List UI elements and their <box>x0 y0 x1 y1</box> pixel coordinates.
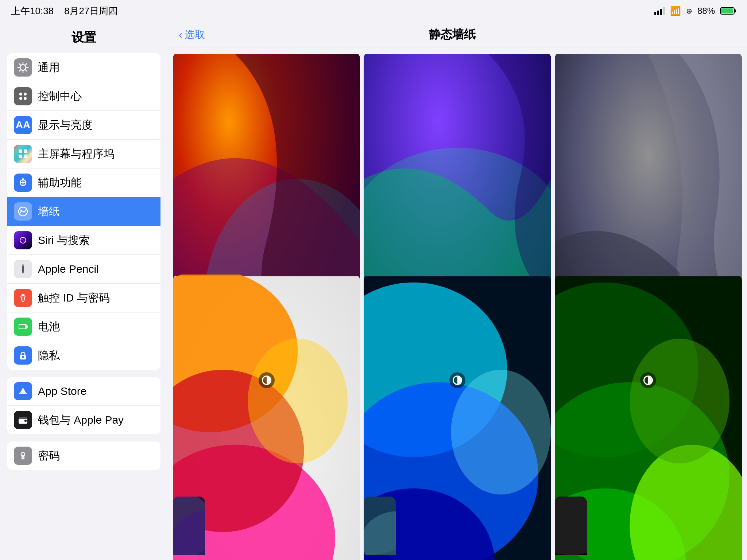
back-chevron-icon: ‹ <box>179 29 182 40</box>
sidebar-item-privacy[interactable]: 隐私 <box>7 341 160 370</box>
svg-rect-16 <box>19 149 22 153</box>
svg-line-9 <box>25 70 27 71</box>
wallet-icon <box>14 411 32 429</box>
right-panel: ‹ 选取 静态墙纸 <box>168 22 747 560</box>
appstore-label: App Store <box>38 385 86 397</box>
controlcenter-icon <box>14 87 32 105</box>
main-layout: 设置 通用 控制中心 <box>0 22 747 560</box>
homescreen-icon <box>14 145 32 163</box>
svg-rect-29 <box>22 264 24 266</box>
svg-rect-31 <box>27 326 28 328</box>
wallpaper-toggle-1[interactable] <box>259 372 275 388</box>
sidebar: 设置 通用 控制中心 <box>0 22 168 560</box>
display-icon: AA <box>14 116 32 134</box>
touchid-label: 触控 ID 与密码 <box>38 291 110 306</box>
general-label: 通用 <box>38 60 60 75</box>
wallpaper-item-8[interactable] <box>364 497 396 555</box>
svg-line-11 <box>19 70 21 71</box>
sidebar-item-password[interactable]: 密码 <box>7 442 160 470</box>
svg-point-34 <box>22 356 24 358</box>
applepencil-label: Apple Pencil <box>38 263 99 275</box>
sidebar-item-wallpaper[interactable]: 墙纸 <box>7 197 160 226</box>
siri-icon <box>14 231 32 249</box>
svg-rect-2 <box>735 9 736 12</box>
sidebar-group-2: App Store 钱包与 Apple Pay <box>7 377 160 434</box>
svg-rect-1 <box>721 8 733 13</box>
sidebar-title: 设置 <box>0 26 168 53</box>
svg-point-25 <box>20 210 22 211</box>
wifi-icon: 📶 <box>670 6 681 16</box>
sidebar-group-3: 密码 <box>7 442 160 470</box>
battery-percentage: 88% <box>697 6 715 16</box>
general-icon <box>14 58 32 77</box>
battery-menu-icon <box>14 318 32 336</box>
accessibility-label: 辅助功能 <box>38 175 82 190</box>
svg-point-63 <box>630 339 729 463</box>
wallpaper-icon <box>14 202 32 221</box>
wallpaper-grid <box>168 47 747 560</box>
sidebar-item-battery[interactable]: 电池 <box>7 312 160 341</box>
svg-line-10 <box>25 64 27 65</box>
sidebar-item-homescreen[interactable]: 主屏幕与程序坞 <box>7 140 160 168</box>
svg-point-13 <box>24 93 27 96</box>
siri-label: Siri 与搜索 <box>38 233 90 248</box>
svg-rect-32 <box>19 325 25 328</box>
right-panel-title: 静态墙纸 <box>205 27 700 43</box>
svg-point-71 <box>555 497 587 555</box>
location-icon: ⊕ <box>686 7 692 15</box>
battery-label: 电池 <box>38 319 60 334</box>
svg-point-42 <box>23 457 24 458</box>
wallpaper-item-9[interactable] <box>555 497 587 555</box>
wallpaper-toggle-2[interactable] <box>449 372 465 388</box>
svg-rect-17 <box>24 149 27 153</box>
right-header: ‹ 选取 静态墙纸 <box>168 22 747 47</box>
svg-rect-19 <box>24 155 27 158</box>
svg-rect-39 <box>24 420 27 422</box>
back-button[interactable]: ‹ 选取 <box>179 28 205 42</box>
back-label: 选取 <box>185 28 205 42</box>
svg-line-8 <box>19 64 21 65</box>
sidebar-item-wallet[interactable]: 钱包与 Apple Pay <box>7 406 160 434</box>
password-label: 密码 <box>38 448 60 463</box>
sidebar-item-siri[interactable]: Siri 与搜索 <box>7 226 160 255</box>
privacy-label: 隐私 <box>38 348 60 363</box>
status-bar: 上午10:38 8月27日周四 📶 ⊕ 88% <box>0 0 747 22</box>
svg-point-52 <box>248 339 348 463</box>
signal-icon <box>654 7 665 15</box>
sidebar-group-1: 通用 控制中心 AA 显示与亮度 <box>7 53 160 370</box>
touchid-icon <box>14 289 32 307</box>
svg-rect-38 <box>19 417 27 419</box>
sidebar-item-applepencil[interactable]: Apple Pencil <box>7 255 160 284</box>
sidebar-item-touchid[interactable]: 触控 ID 与密码 <box>7 284 160 312</box>
sidebar-item-general[interactable]: 通用 <box>7 53 160 82</box>
sidebar-item-display[interactable]: AA 显示与亮度 <box>7 111 160 140</box>
wallpaper-label: 墙纸 <box>38 204 60 219</box>
sidebar-item-accessibility[interactable]: 辅助功能 <box>7 168 160 197</box>
controlcenter-label: 控制中心 <box>38 89 82 104</box>
svg-rect-18 <box>19 155 22 158</box>
sidebar-item-appstore[interactable]: App Store <box>7 377 160 406</box>
sidebar-item-controlcenter[interactable]: 控制中心 <box>7 82 160 111</box>
svg-marker-28 <box>22 272 24 274</box>
svg-point-15 <box>24 97 27 100</box>
accessibility-icon <box>14 174 32 192</box>
wallet-label: 钱包与 Apple Pay <box>38 413 124 428</box>
svg-point-57 <box>451 370 551 494</box>
status-time-date: 上午10:38 8月27日周四 <box>11 5 118 18</box>
status-indicators: 📶 ⊕ 88% <box>654 6 736 16</box>
homescreen-label: 主屏幕与程序坞 <box>38 147 115 162</box>
svg-point-12 <box>19 93 22 96</box>
battery-icon <box>720 7 736 15</box>
privacy-icon <box>14 346 32 365</box>
display-label: 显示与亮度 <box>38 118 93 133</box>
svg-point-35 <box>19 393 20 394</box>
wallpaper-toggle-3[interactable] <box>640 372 656 388</box>
password-icon <box>14 447 32 465</box>
svg-point-36 <box>26 393 27 394</box>
svg-point-14 <box>19 97 22 100</box>
applepencil-icon <box>14 260 32 278</box>
appstore-icon <box>14 382 32 400</box>
wallpaper-item-7[interactable] <box>173 497 205 555</box>
